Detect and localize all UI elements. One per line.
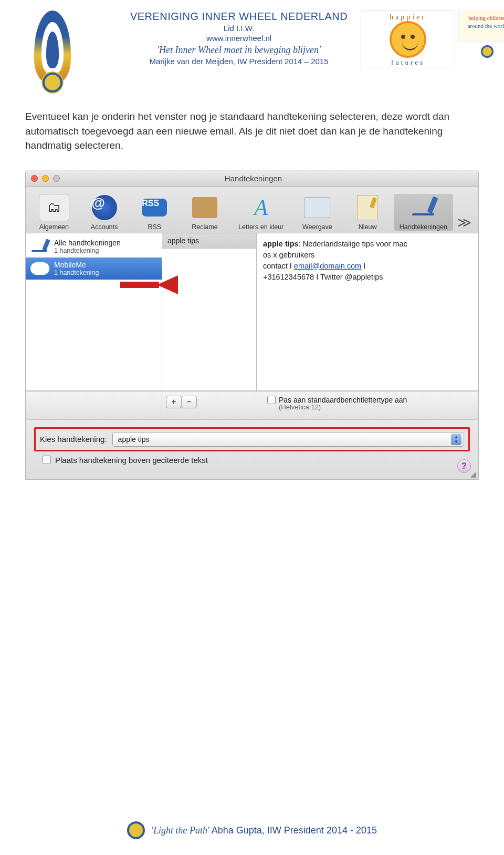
- choose-signature-value: apple tips: [118, 435, 150, 444]
- preview-email-link[interactable]: email@domain.com: [294, 262, 361, 270]
- account-mm-sub: 1 handtekening: [54, 269, 99, 276]
- minimize-icon[interactable]: [42, 175, 49, 182]
- toolbar-algemeen[interactable]: 🗂 Algemeen: [30, 194, 78, 231]
- toolbar-algemeen-label: Algemeen: [39, 223, 69, 231]
- toolbar-weergave-label: Weergave: [302, 223, 332, 231]
- flame-logo-icon: [29, 11, 76, 95]
- account-all-signatures[interactable]: Alle handtekeningen 1 handtekening: [26, 235, 162, 257]
- remove-signature-button[interactable]: −: [181, 396, 197, 408]
- fonts-icon: A: [246, 194, 276, 221]
- footer-motto: 'Light the Path': [151, 825, 209, 836]
- match-font-checkbox[interactable]: [267, 396, 276, 404]
- iw-mini-badge-icon: [481, 45, 494, 58]
- add-remove-row: + − Pas aan standaardberichtlettertype a…: [26, 391, 478, 419]
- toolbar-accounts-label: Accounts: [91, 223, 118, 231]
- footer-text: 'Light the Path' Abha Gupta, IIW Preside…: [151, 825, 377, 836]
- preview-line3b: I: [361, 262, 365, 270]
- add-signature-button[interactable]: +: [166, 396, 182, 408]
- help-button[interactable]: ?: [457, 459, 471, 473]
- toolbar-letters-label: Letters en kleur: [238, 223, 284, 231]
- header-logo-left: [16, 11, 89, 95]
- preview-line3a: contact I: [263, 262, 294, 270]
- window-titlebar: Handtekeningen: [26, 170, 478, 187]
- svg-marker-0: [157, 275, 178, 294]
- toolbar-letters[interactable]: A Letters en kleur: [231, 194, 291, 231]
- choose-signature-label: Kies handtekening:: [40, 435, 107, 444]
- signature-panes: Alle handtekeningen 1 handtekening Mobil…: [26, 233, 478, 391]
- account-all-sub: 1 handtekening: [54, 247, 121, 254]
- helping-line2: around the world: [460, 22, 504, 30]
- account-all-title: Alle handtekeningen: [54, 239, 121, 247]
- footer-badge-icon: [127, 821, 145, 839]
- signature-preview[interactable]: apple tips: Nederlandstalige tips voor m…: [257, 233, 478, 390]
- toolbar-rss[interactable]: RSS RSS: [130, 194, 178, 231]
- place-above-row: Plaats handtekening boven geciteerde tek…: [34, 451, 470, 474]
- happier-label: happier: [361, 13, 455, 22]
- toolbar-nieuw-label: Nieuw: [359, 223, 377, 231]
- preview-line1b: : Nederlandstalige tips voor mac: [299, 240, 407, 248]
- toolbar-overflow-button[interactable]: ≫: [455, 214, 474, 231]
- cloud-icon: [30, 260, 50, 277]
- resize-grip-icon[interactable]: ◢: [470, 470, 476, 478]
- viewing-icon: [302, 194, 332, 221]
- page-footer: 'Light the Path' Abha Gupta, IIW Preside…: [0, 821, 504, 839]
- junk-icon: [190, 194, 220, 221]
- org-url: www.innerwheel.nl: [94, 34, 383, 43]
- org-title: VERENIGING INNER WHEEL NEDERLAND: [94, 11, 383, 23]
- org-president: Marijke van der Meijden, IW President 20…: [94, 57, 383, 66]
- helping-line1: helping children: [460, 14, 504, 22]
- account-mm-title: MobileMe: [54, 261, 99, 269]
- body-paragraph: Eventueel kan je onderin het venster nog…: [0, 100, 504, 158]
- mail-preferences-window: Handtekeningen 🗂 Algemeen @ Accounts RSS…: [25, 170, 479, 480]
- org-motto: 'Het Inner Wheel moet in beweging blijve…: [94, 45, 383, 56]
- place-above-checkbox[interactable]: [43, 456, 51, 464]
- toolbar-handtekeningen[interactable]: Handtekeningen: [394, 194, 453, 231]
- place-above-label: Plaats handtekening boven geciteerde tek…: [55, 456, 208, 465]
- prefs-toolbar: 🗂 Algemeen @ Accounts RSS RSS Reclame A …: [26, 187, 478, 233]
- font-name-label: (Helvetica 12): [279, 403, 321, 411]
- choose-signature-select[interactable]: apple tips ▲▼: [112, 432, 464, 447]
- compose-icon: [352, 194, 383, 221]
- signature-small-icon: [30, 238, 50, 255]
- at-icon: @: [89, 194, 120, 221]
- toolbar-reclame[interactable]: Reclame: [181, 194, 229, 231]
- preview-name: apple tips: [263, 240, 299, 248]
- red-arrow-annotation: [120, 275, 178, 294]
- toolbar-reclame-label: Reclame: [192, 223, 217, 231]
- preview-line2: os x gebruikers: [263, 250, 472, 261]
- sun-face-icon: [390, 21, 426, 58]
- happier-futures-logo: happier futures: [361, 11, 455, 68]
- accounts-list: Alle handtekeningen 1 handtekening Mobil…: [26, 233, 162, 390]
- org-sub1: Lid I.I.W.: [94, 24, 383, 33]
- rss-icon: RSS: [139, 194, 170, 221]
- footer-rest: Abha Gupta, IIW President 2014 - 2015: [209, 825, 377, 836]
- page-header: VERENIGING INNER WHEEL NEDERLAND Lid I.I…: [0, 0, 504, 100]
- close-icon[interactable]: [31, 175, 38, 182]
- svg-rect-1: [120, 282, 159, 288]
- algemeen-icon: 🗂: [39, 194, 69, 221]
- toolbar-accounts[interactable]: @ Accounts: [80, 194, 129, 231]
- choose-signature-highlight: Kies handtekening: apple tips ▲▼: [34, 427, 470, 451]
- preview-line4: +31612345678 I Twitter @appletips: [263, 272, 472, 283]
- header-right: happier futures helping children around …: [388, 11, 488, 68]
- toolbar-nieuw[interactable]: Nieuw: [343, 194, 392, 231]
- futures-label: futures: [361, 58, 455, 67]
- traffic-lights: [31, 175, 60, 182]
- window-title: Handtekeningen: [60, 174, 447, 183]
- toolbar-handtekeningen-label: Handtekeningen: [400, 223, 447, 231]
- choose-signature-row: Kies handtekening: apple tips ▲▼ Plaats …: [26, 419, 478, 479]
- select-caret-icon: ▲▼: [451, 434, 461, 445]
- signature-item-appletips[interactable]: apple tips: [162, 233, 256, 249]
- header-center: VERENIGING INNER WHEEL NEDERLAND Lid I.I…: [89, 11, 388, 66]
- zoom-icon[interactable]: [53, 175, 60, 182]
- signature-icon: [408, 194, 438, 221]
- toolbar-rss-label: RSS: [148, 223, 161, 231]
- toolbar-weergave[interactable]: Weergave: [293, 194, 342, 231]
- helping-children-badge: helping children around the world: [458, 11, 504, 42]
- signature-list: apple tips: [162, 233, 257, 390]
